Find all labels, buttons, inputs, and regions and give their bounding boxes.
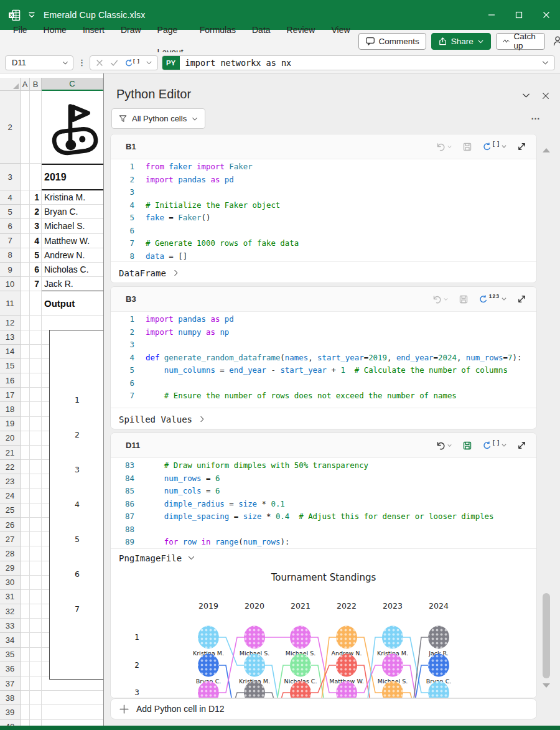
- cell-a36[interactable]: [21, 662, 30, 676]
- column-header-c[interactable]: C: [42, 78, 103, 91]
- cell-b26[interactable]: [30, 518, 42, 532]
- row-header-20[interactable]: 20: [0, 431, 21, 446]
- cell-b21[interactable]: [30, 446, 42, 460]
- row-header-17[interactable]: 17: [0, 388, 21, 402]
- save-icon[interactable]: [462, 142, 472, 152]
- cell-b25[interactable]: [30, 503, 42, 518]
- cell-c38[interactable]: [42, 691, 103, 705]
- cell-c8[interactable]: Andrew N.: [42, 248, 103, 263]
- close-panel-icon[interactable]: [541, 91, 550, 100]
- cell-a28[interactable]: [21, 546, 30, 561]
- cell-b24[interactable]: [30, 489, 42, 503]
- convert-output-icon[interactable]: [ ]: [482, 441, 507, 450]
- row-header-10[interactable]: 10: [0, 277, 21, 291]
- row-header-27[interactable]: 27: [0, 532, 21, 546]
- scrollbar-thumb[interactable]: [543, 593, 550, 678]
- collapse-panel-icon[interactable]: [521, 91, 531, 100]
- cell-a32[interactable]: [21, 604, 30, 619]
- cell-a7[interactable]: [21, 234, 30, 248]
- cell-b10[interactable]: 7: [30, 277, 42, 291]
- undo-icon[interactable]: [436, 441, 452, 451]
- row-header-3[interactable]: 3: [0, 164, 21, 190]
- name-box[interactable]: D11: [5, 55, 73, 70]
- row-header-2[interactable]: 2: [0, 91, 21, 164]
- row-header-8[interactable]: 8: [0, 248, 21, 263]
- cell-b27[interactable]: [30, 532, 42, 546]
- column-header-b[interactable]: B: [30, 78, 42, 91]
- expand-cell-icon[interactable]: [517, 142, 526, 151]
- expand-cell-icon[interactable]: [517, 441, 526, 450]
- cell-b22[interactable]: [30, 460, 42, 474]
- cell-a3[interactable]: [21, 164, 30, 190]
- cell-a30[interactable]: [21, 576, 30, 590]
- cell-b31[interactable]: [30, 590, 42, 604]
- expand-formula-bar-icon[interactable]: [541, 58, 549, 67]
- cell-c6[interactable]: Michael S.: [42, 219, 103, 233]
- cell-a2[interactable]: [21, 91, 30, 164]
- cell-b15[interactable]: [30, 359, 42, 373]
- cell-a34[interactable]: [21, 633, 30, 647]
- cell-b6[interactable]: 3: [30, 219, 42, 233]
- formula-input[interactable]: PY import networkx as nx: [162, 55, 555, 70]
- cell-a5[interactable]: [21, 205, 30, 219]
- cell-a17[interactable]: [21, 388, 30, 402]
- convert-to-python-icon[interactable]: [ ]: [124, 58, 140, 67]
- undo-icon[interactable]: [432, 294, 449, 304]
- cell-a15[interactable]: [21, 359, 30, 373]
- cell-b3[interactable]: [30, 164, 42, 190]
- cell-a39[interactable]: [21, 705, 30, 719]
- cell-c7[interactable]: Matthew W.: [42, 234, 103, 248]
- cell-b29[interactable]: [30, 561, 42, 576]
- output-type-row[interactable]: PngImageFile: [111, 548, 536, 567]
- row-header-19[interactable]: 19: [0, 417, 21, 431]
- cell-c11[interactable]: Output: [42, 291, 103, 316]
- output-type-row[interactable]: DataFrame: [111, 261, 536, 283]
- cell-b12[interactable]: [30, 316, 42, 330]
- row-header-34[interactable]: 34: [0, 633, 21, 647]
- cell-a8[interactable]: [21, 248, 30, 263]
- cell-b23[interactable]: [30, 474, 42, 489]
- formula-bar-options-icon[interactable]: ⋮: [78, 58, 86, 67]
- save-icon[interactable]: [462, 441, 472, 451]
- people-icon[interactable]: [553, 35, 560, 47]
- cell-a38[interactable]: [21, 691, 30, 705]
- row-header-16[interactable]: 16: [0, 373, 21, 388]
- cell-c5[interactable]: Bryan C.: [42, 205, 103, 219]
- code-editor[interactable]: 83 # Draw uniform dimples with 50% trans…: [111, 458, 536, 548]
- cell-b9[interactable]: 6: [30, 263, 42, 277]
- convert-output-icon[interactable]: 123: [478, 294, 507, 304]
- row-header-35[interactable]: 35: [0, 648, 21, 662]
- row-header-11[interactable]: 11: [0, 291, 21, 316]
- cell-b14[interactable]: [30, 345, 42, 359]
- cell-a16[interactable]: [21, 373, 30, 388]
- cell-b37[interactable]: [30, 676, 42, 691]
- row-header-24[interactable]: 24: [0, 489, 21, 503]
- cell-b32[interactable]: [30, 604, 42, 619]
- tournament-chart-image[interactable]: Tournament Standings20192020202120222023…: [111, 567, 536, 698]
- row-header-36[interactable]: 36: [0, 662, 21, 676]
- row-header-31[interactable]: 31: [0, 590, 21, 604]
- output-type-row[interactable]: Spilled Values: [111, 408, 536, 429]
- row-header-4[interactable]: 4: [0, 190, 21, 205]
- row-header-30[interactable]: 30: [0, 576, 21, 590]
- embedded-chart-image[interactable]: 1234567: [49, 330, 103, 680]
- cell-a20[interactable]: [21, 431, 30, 446]
- scroll-down-arrow[interactable]: [543, 683, 550, 688]
- golf-flag-image[interactable]: [47, 98, 100, 158]
- row-header-26[interactable]: 26: [0, 518, 21, 532]
- add-python-cell-button[interactable]: Add Python cell in D12: [110, 698, 537, 719]
- cell-c9[interactable]: Nicholas C.: [42, 263, 103, 277]
- select-all-corner[interactable]: [0, 78, 21, 91]
- row-header-7[interactable]: 7: [0, 234, 21, 248]
- cell-b8[interactable]: 5: [30, 248, 42, 263]
- close-button[interactable]: [533, 0, 560, 30]
- cell-b19[interactable]: [30, 417, 42, 431]
- cell-a24[interactable]: [21, 489, 30, 503]
- row-header-28[interactable]: 28: [0, 546, 21, 561]
- row-header-13[interactable]: 13: [0, 330, 21, 345]
- cell-a19[interactable]: [21, 417, 30, 431]
- cell-b20[interactable]: [30, 431, 42, 446]
- cell-b16[interactable]: [30, 373, 42, 388]
- quick-access-caret-icon[interactable]: [27, 11, 36, 19]
- cell-b36[interactable]: [30, 662, 42, 676]
